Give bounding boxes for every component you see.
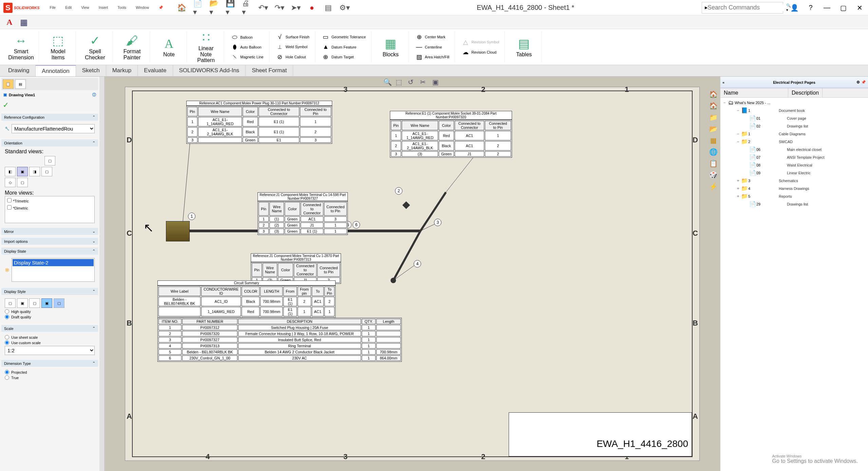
drawing-canvas[interactable]: 🔍 ⬚ ↺ ✂ ▣ D C B A D C B A 4 3 2 1 3 2 1 [105, 77, 720, 471]
block-tool-icon[interactable]: ▦ [18, 17, 29, 28]
toggle-icon[interactable]: + [735, 186, 741, 191]
tree-row[interactable]: 📄 02 Drawings list [722, 122, 867, 130]
file-explorer-tp-icon[interactable]: 📂 [709, 125, 718, 134]
tab-annotation[interactable]: Annotation [36, 65, 76, 76]
section-import[interactable]: Import options⌄ [1, 238, 98, 245]
smart-dimension-button[interactable]: ↔Smart Dimension [7, 34, 35, 60]
menu-file[interactable]: File [50, 5, 56, 10]
callout-2[interactable]: 2 [395, 187, 402, 195]
toggle-icon[interactable]: + [735, 178, 741, 183]
resources-tp-icon[interactable]: 🏠 [709, 102, 718, 111]
style-hidden-visible[interactable]: ▣ [17, 298, 28, 308]
display-state-item[interactable]: Display State-2 [13, 259, 94, 266]
datum-target-button[interactable]: ⊕Datum Target [321, 53, 367, 61]
title-block[interactable]: EWA_H1_4416_2800 [509, 412, 692, 456]
connector-ac1[interactable] [166, 221, 190, 241]
pm-tab-config-icon[interactable]: ▤ [15, 79, 26, 89]
style-wireframe[interactable]: ▢ [5, 298, 16, 308]
minimize-icon[interactable]: — [822, 3, 832, 13]
toggle-icon[interactable]: − [735, 139, 741, 144]
drawing-sheet[interactable]: D C B A D C B A 4 3 2 1 3 2 1 [125, 87, 700, 461]
connector-table-ac1[interactable]: Reference:AC1 Component:Molex Power Plug… [186, 101, 332, 144]
trimetric-check[interactable] [7, 198, 12, 202]
options-icon[interactable]: ▤ [323, 3, 333, 13]
panel-resize-handle[interactable] [99, 77, 104, 471]
zoom-area-icon[interactable]: ⬚ [396, 78, 404, 87]
rebuild-icon[interactable]: ● [307, 3, 317, 13]
draft-quality-radio[interactable] [5, 315, 9, 319]
tree-root[interactable]: − 🗂 What's New 2025 - ... [722, 99, 867, 106]
callout-1[interactable]: 1 [188, 213, 195, 220]
note-button[interactable]: ANote [155, 37, 183, 58]
connector-table-e1[interactable]: Reference:E1 (1) Component:Molex Socket … [390, 111, 512, 158]
menu-tools[interactable]: Tools [117, 5, 126, 10]
revision-cloud-button[interactable]: ☁Revision Cloud [460, 48, 501, 57]
datum-feature-button[interactable]: ▲Datum Feature [321, 43, 367, 51]
tab-sheet-format[interactable]: Sheet Format [246, 65, 293, 76]
tree-row[interactable]: − 📁 2 SWCAD [722, 138, 867, 145]
maximize-icon[interactable]: ▢ [838, 3, 848, 13]
new-icon[interactable]: 📄▾ [193, 3, 203, 13]
tab-drawing[interactable]: Drawing [2, 65, 36, 76]
style-shaded-edges[interactable]: ▣ [41, 298, 52, 308]
zoom-fit-icon[interactable]: 🔍 [383, 78, 392, 87]
true-radio[interactable] [5, 375, 9, 380]
elec-tp-icon[interactable]: ⚡ [709, 182, 718, 192]
display-style-icon[interactable]: ▣ [432, 78, 441, 87]
prev-view-icon[interactable]: ↺ [408, 78, 417, 87]
appearance-tp-icon[interactable]: 🌐 [709, 148, 718, 157]
tree-row[interactable]: + 📁 3 Schematics [722, 177, 867, 184]
pm-tab-feature-icon[interactable]: 📋 [3, 79, 14, 89]
tree-row[interactable]: 📄 09 Linear Electric [722, 169, 867, 177]
tree-row[interactable]: 📄 06 Main electrical closet [722, 145, 867, 153]
toggle-icon[interactable]: − [735, 132, 741, 136]
view-bottom[interactable]: ▢ [17, 178, 28, 187]
menu-insert[interactable]: Insert [99, 5, 108, 10]
section-reference-config[interactable]: Reference Configuration⌃ [1, 114, 98, 121]
design-lib-tp-icon[interactable]: 📁 [709, 113, 718, 123]
tree-row[interactable]: − 📁 1 Cable Diagrams [722, 130, 867, 138]
toggle-icon[interactable]: − [735, 108, 741, 113]
weld-symbol-button[interactable]: ⟂Weld Symbol [275, 43, 311, 51]
tree-row[interactable]: 📄 29 Drawings list [722, 200, 867, 208]
menu-view[interactable]: View [81, 5, 89, 10]
callout-6[interactable]: 6 [353, 221, 360, 229]
tables-button[interactable]: ▤Tables [510, 37, 537, 58]
expand-icon[interactable]: − [722, 100, 727, 105]
high-quality-radio[interactable] [5, 309, 9, 314]
geometric-tolerance-button[interactable]: ▭Geometric Tolerance [321, 33, 367, 41]
connector-table-j1a[interactable]: Reference:J1 Component:Molex Terminal Cu… [258, 192, 348, 235]
centerline-button[interactable]: ―Centerline [414, 43, 451, 51]
connector-table-j1b[interactable]: Reference:J1 Component:Molex Terminal Cu… [251, 253, 341, 284]
callout-4[interactable]: 4 [414, 260, 421, 268]
display-state-list[interactable]: Display State-2 [12, 258, 95, 282]
custom-scale-radio[interactable] [5, 340, 9, 345]
area-hatch-button[interactable]: ▨Area Hatch/Fill [414, 53, 451, 61]
redo-icon[interactable]: ↷▾ [275, 3, 284, 13]
linear-note-pattern-button[interactable]: ∷Linear Note Pattern [192, 31, 220, 63]
rp-back-icon[interactable]: « [722, 80, 724, 84]
save-icon[interactable]: 💾▾ [226, 3, 235, 13]
view-iso[interactable]: ◇ [5, 178, 16, 187]
custom-props-tp-icon[interactable]: 📋 [709, 159, 718, 169]
menu-edit[interactable]: Edit [65, 5, 72, 10]
menu-pin-icon[interactable]: 📌 [158, 5, 163, 10]
menu-window[interactable]: Window [136, 5, 149, 10]
sheet-scale-radio[interactable] [5, 335, 9, 339]
tree-row[interactable]: 📄 01 Cover page [722, 114, 867, 122]
rp-settings-icon[interactable]: ⚙ [856, 80, 860, 84]
projected-radio[interactable] [5, 370, 9, 374]
spell-checker-button[interactable]: ✓Spell Checker [81, 34, 109, 60]
search-input[interactable] [707, 4, 786, 11]
toggle-icon[interactable]: + [735, 194, 741, 199]
section-orientation[interactable]: Orientation⌃ [1, 139, 98, 146]
dimetric-check[interactable] [7, 205, 12, 210]
help-icon[interactable]: ? [806, 3, 816, 13]
section-view-icon[interactable]: ✂ [420, 78, 429, 87]
view-front[interactable]: ▢ [44, 156, 55, 165]
format-painter-button[interactable]: 🖌Format Painter [118, 34, 146, 60]
home-icon[interactable]: 🏠 [177, 3, 186, 13]
surface-finish-button[interactable]: √Surface Finish [275, 33, 311, 41]
callout-3[interactable]: 3 [434, 219, 441, 226]
bom-table[interactable]: ITEM NO.PART NUMBERDESCRIPTIONQTY.Length… [157, 318, 402, 362]
